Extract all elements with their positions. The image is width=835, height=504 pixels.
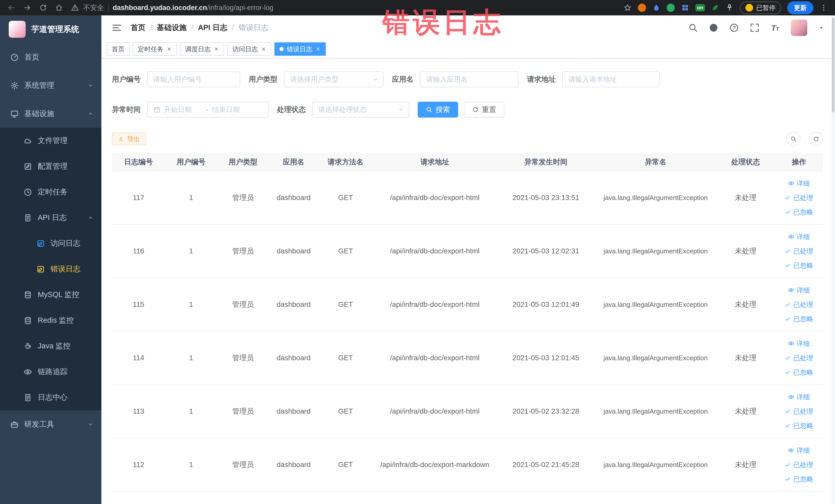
- detail-link[interactable]: 详细: [777, 336, 821, 351]
- sidebar-item-home[interactable]: 首页: [0, 43, 101, 72]
- browser-home-icon[interactable]: [55, 4, 63, 12]
- sidebar-item-access-log[interactable]: 访问日志: [0, 230, 101, 256]
- check-icon: [785, 423, 791, 429]
- process-status-select[interactable]: [318, 106, 403, 114]
- sidebar-item-infrastructure[interactable]: 基础设施: [0, 100, 101, 128]
- sidebar-toggle-icon[interactable]: [111, 23, 122, 33]
- ignore-link[interactable]: 已忽略: [777, 365, 821, 380]
- extension-leaf-icon[interactable]: [711, 4, 719, 12]
- end-date-input[interactable]: [212, 106, 250, 114]
- close-icon[interactable]: [315, 46, 321, 52]
- reset-button[interactable]: 重置: [464, 102, 504, 118]
- app-name-input[interactable]: [426, 76, 512, 83]
- ignore-link[interactable]: 已忽略: [777, 472, 821, 486]
- github-icon[interactable]: [709, 23, 718, 33]
- sidebar-item-api-log[interactable]: API 日志: [0, 205, 101, 230]
- chevron-up-icon: [87, 215, 94, 221]
- sidebar-item-log-center[interactable]: 日志中心: [0, 385, 101, 410]
- close-icon[interactable]: [214, 46, 219, 52]
- extensions-pin-icon[interactable]: [726, 4, 734, 12]
- app-window: 芋道管理系统 首页 系统管理 基础设施 文件管理 配置管理 定时任务 API 日…: [0, 15, 835, 504]
- search-icon[interactable]: [688, 23, 698, 33]
- ignore-link[interactable]: 已忽略: [777, 258, 821, 273]
- close-icon[interactable]: [167, 46, 172, 52]
- sidebar-item-system[interactable]: 系统管理: [0, 72, 101, 100]
- toggle-search-button[interactable]: [787, 132, 800, 146]
- bookmark-star-icon[interactable]: [624, 4, 632, 12]
- tab-schedule-log[interactable]: 调度日志: [180, 42, 224, 56]
- browser-menu-icon[interactable]: [820, 4, 828, 12]
- user-id-input[interactable]: [153, 76, 234, 83]
- sidebar-item-config[interactable]: 配置管理: [0, 154, 101, 179]
- sidebar-item-mysql[interactable]: MySQL 监控: [0, 282, 101, 308]
- download-icon: [118, 136, 124, 142]
- paused-pill[interactable]: 已暂停: [740, 2, 781, 14]
- start-date-input[interactable]: [164, 106, 203, 114]
- tab-access-log[interactable]: 访问日志: [227, 42, 271, 56]
- page-content: 用户编号 用户类型 应用名 请求地址 异常时间: [101, 59, 835, 504]
- search-button[interactable]: 搜索: [418, 102, 458, 118]
- extension-drop-icon[interactable]: [652, 4, 660, 12]
- sidebar-item-error-log[interactable]: 错误日志: [0, 256, 101, 282]
- sidebar-item-redis[interactable]: Redis 监控: [0, 308, 101, 333]
- tab-error-log[interactable]: 错误日志: [274, 42, 326, 56]
- export-button[interactable]: 导出: [112, 133, 146, 145]
- ignore-link[interactable]: 已忽略: [777, 205, 821, 219]
- extension-orange-icon[interactable]: [638, 4, 646, 12]
- extension-on-badge[interactable]: on: [695, 4, 705, 11]
- sidebar-item-file[interactable]: 文件管理: [0, 128, 101, 154]
- help-icon[interactable]: ?: [729, 23, 739, 33]
- chevron-down-icon: [87, 82, 94, 88]
- extension-grid-icon[interactable]: [681, 4, 689, 12]
- tab-job[interactable]: 定时任务: [133, 42, 177, 56]
- browser-back-icon[interactable]: [7, 4, 15, 12]
- detail-link[interactable]: 详细: [777, 443, 821, 458]
- date-range-picker[interactable]: -: [147, 102, 268, 118]
- breadcrumb-separator: /: [191, 24, 193, 32]
- sidebar-item-job[interactable]: 定时任务: [0, 179, 101, 205]
- sidebar-item-trace[interactable]: 链路追踪: [0, 359, 101, 385]
- browser-reload-icon[interactable]: [39, 4, 47, 12]
- processed-link[interactable]: 已处理: [777, 351, 821, 365]
- detail-link[interactable]: 详细: [777, 176, 821, 190]
- chevron-down-icon: [398, 106, 405, 113]
- address-bar[interactable]: 不安全 dashboard.yudao.iocoder.cn/infra/log…: [71, 3, 273, 12]
- chevron-down-icon[interactable]: [818, 24, 825, 31]
- status-text: 未处理: [716, 438, 775, 491]
- breadcrumb-infrastructure[interactable]: 基础设施: [157, 23, 187, 33]
- col-exception-time: 异常发生时间: [497, 153, 595, 171]
- processed-link[interactable]: 已处理: [777, 297, 821, 312]
- avatar[interactable]: [791, 20, 807, 36]
- table-header-row: 日志编号 用户编号 用户类型 应用名 请求方法名 请求地址 异常发生时间 异常名…: [112, 153, 823, 171]
- svg-text:T: T: [771, 24, 776, 32]
- scrollbar-thumb[interactable]: [832, 18, 834, 113]
- ignore-link[interactable]: 已忽略: [777, 312, 821, 326]
- ignore-link[interactable]: 已忽略: [777, 419, 821, 433]
- detail-link[interactable]: 详细: [777, 229, 821, 244]
- sidebar-item-java[interactable]: Java 监控: [0, 333, 101, 359]
- table-row: 1161管理员dashboardGET/api/infra/db-doc/exp…: [112, 224, 823, 278]
- refresh-table-button[interactable]: [809, 132, 823, 146]
- processed-link[interactable]: 已处理: [777, 190, 821, 205]
- close-icon[interactable]: [261, 46, 266, 52]
- detail-link[interactable]: 详细: [777, 283, 821, 297]
- breadcrumb-api-log[interactable]: API 日志: [198, 23, 227, 33]
- tab-home[interactable]: 首页: [106, 42, 130, 56]
- user-type-select[interactable]: [290, 76, 377, 83]
- app-logo: 芋道管理系统: [0, 15, 101, 43]
- check-icon: [785, 462, 791, 468]
- breadcrumb-home[interactable]: 首页: [131, 23, 145, 33]
- processed-link[interactable]: 已处理: [777, 244, 821, 258]
- detail-link[interactable]: 详细: [777, 390, 821, 404]
- filter-row-1: 用户编号 用户类型 应用名 请求地址: [112, 72, 823, 87]
- font-size-icon[interactable]: TT: [770, 23, 780, 33]
- request-url-input[interactable]: [568, 76, 653, 83]
- processed-link[interactable]: 已处理: [777, 458, 821, 472]
- sidebar-item-dev-tools[interactable]: 研发工具: [0, 410, 101, 439]
- update-button[interactable]: 更新: [787, 1, 813, 14]
- extension-green-icon[interactable]: [667, 4, 675, 12]
- processed-link[interactable]: 已处理: [777, 404, 821, 419]
- fullscreen-icon[interactable]: [750, 23, 759, 33]
- col-actions: 操作: [775, 153, 823, 171]
- browser-forward-icon[interactable]: [23, 4, 31, 12]
